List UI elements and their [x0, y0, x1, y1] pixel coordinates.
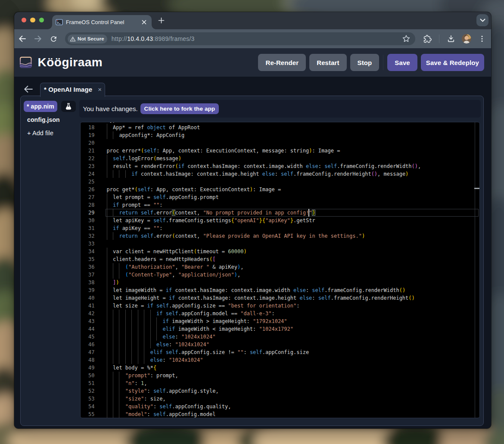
line-number: 48	[81, 356, 95, 364]
code-line[interactable]: 21proc error*(self: App, context: Execut…	[81, 147, 479, 155]
restart-button[interactable]: Restart	[309, 54, 346, 71]
tab-search-button[interactable]	[476, 14, 488, 26]
code-line[interactable]: 41 let size = if self.appConfig.size == …	[81, 302, 479, 310]
indent-guide	[150, 341, 151, 348]
code-line[interactable]: 36 ("Authorization", "Bearer " & apiKey)…	[81, 263, 479, 271]
open-file-tab[interactable]: * OpenAI Image ×	[40, 83, 105, 97]
code-line[interactable]: 29 return self.error(context, "No prompt…	[81, 209, 479, 217]
code-line[interactable]: 39 let imageWidth = if context.hasImage:…	[81, 286, 479, 294]
browser-menu-button[interactable]	[476, 33, 488, 45]
gutter-spacer	[95, 310, 107, 317]
code-line[interactable]: 25	[81, 178, 479, 186]
stop-button[interactable]: Stop	[350, 54, 380, 71]
code-line[interactable]: 38 ])	[81, 279, 479, 286]
extensions-button[interactable]	[422, 33, 434, 45]
indent-guide	[107, 356, 107, 364]
zoom-window-button[interactable]	[39, 18, 44, 23]
indent-guide	[107, 395, 107, 403]
indent-guide	[107, 294, 107, 302]
code-line[interactable]: 47 elif self.appConfig.size != "": self.…	[81, 348, 479, 356]
indent-guide	[107, 325, 107, 333]
changes-message: You have changes.	[83, 105, 138, 112]
line-number: 40	[81, 294, 95, 302]
code-line[interactable]: 22 self.logError(message)	[81, 155, 479, 162]
line-number: 29	[81, 209, 95, 217]
re-render-button[interactable]: Re-Render	[258, 54, 306, 71]
code-line[interactable]: 30 let apiKey = self.frameConfig.setting…	[81, 217, 479, 224]
new-tab-button[interactable]	[156, 15, 166, 25]
code-line[interactable]: 51 "n": 1,	[81, 379, 479, 387]
code-line[interactable]: 46 else: "1024x1024"	[81, 341, 479, 348]
code-line[interactable]: 34 var client = newHttpClient(timeout = …	[81, 248, 479, 255]
file-tab-close-button[interactable]: ×	[98, 86, 102, 93]
code-line[interactable]: 33	[81, 240, 479, 248]
code-text: return self.error(context, "No prompt pr…	[107, 209, 479, 217]
back-arrow-icon	[18, 34, 27, 43]
code-line[interactable]: 48 else: "1024x1024"	[81, 356, 479, 364]
sidebar-item-app-nim[interactable]: * app.nim	[24, 101, 57, 112]
indent-guide	[107, 348, 107, 356]
indent-guide	[125, 341, 126, 348]
frameos-logo	[19, 56, 32, 69]
code-editor[interactable]: 17type18 App* = ref object of AppRoot19 …	[80, 122, 480, 418]
gutter-spacer	[95, 348, 107, 356]
code-line[interactable]: 50 "prompt": prompt,	[81, 372, 479, 379]
indent-guide	[113, 170, 113, 178]
code-line[interactable]: 20	[81, 139, 479, 147]
address-bar[interactable]: Not Secure http://10.4.0.43:8989/frames/…	[65, 32, 415, 45]
save-redeploy-button[interactable]: Save & Redeploy	[421, 54, 484, 71]
close-window-button[interactable]	[22, 18, 27, 23]
indent-guide	[113, 333, 113, 341]
indent-guide	[131, 310, 132, 317]
indent-guide	[119, 325, 119, 333]
code-text: client.headers = newHttpHeaders([	[107, 255, 479, 263]
reload-button[interactable]	[47, 32, 60, 45]
indent-guide	[113, 232, 113, 240]
code-line[interactable]: 35 client.headers = newHttpHeaders([	[81, 255, 479, 263]
test-flask-button[interactable]	[61, 101, 76, 112]
downloads-button[interactable]	[445, 33, 457, 45]
tab-close-button[interactable]	[140, 19, 147, 26]
forward-button[interactable]	[31, 32, 44, 45]
indent-guide	[107, 372, 107, 379]
save-button[interactable]: Save	[387, 54, 417, 71]
code-line[interactable]: 26proc get*(self: App, context: Executio…	[81, 186, 479, 193]
indent-guide	[113, 348, 113, 356]
code-line[interactable]: 37 ("Content-Type", "application/json"),	[81, 271, 479, 279]
indent-guide	[113, 271, 113, 279]
puzzle-icon	[423, 35, 432, 43]
indent-guide	[107, 155, 107, 162]
code-line[interactable]: 28 if prompt == "":	[81, 201, 479, 209]
code-line[interactable]: 49 let body = %*{	[81, 364, 479, 372]
code-line[interactable]: 44 elif imageWidth < imageHeight: "1024x…	[81, 325, 479, 333]
bookmark-button[interactable]	[402, 34, 411, 43]
code-line[interactable]: 52 "style": self.appConfig.style,	[81, 387, 479, 395]
indent-guide	[107, 224, 107, 232]
browser-tab[interactable]: FrameOS Control Panel	[52, 15, 152, 29]
indent-guide	[113, 387, 113, 395]
code-line[interactable]: 53 "size": size,	[81, 395, 479, 403]
security-chip[interactable]: Not Secure	[68, 34, 107, 43]
indent-guide	[131, 348, 132, 356]
add-file-button[interactable]: + Add file	[27, 130, 53, 137]
code-line[interactable]: 23 result = renderError(if context.hasIm…	[81, 162, 479, 170]
code-line[interactable]: 42 if self.appConfig.model == "dall-e-3"…	[81, 310, 479, 317]
code-line[interactable]: 43 if imageWidth > imageHeight: "1792x10…	[81, 317, 479, 325]
profile-avatar[interactable]	[462, 34, 471, 43]
code-line[interactable]: 24 if context.hasImage: context.image.he…	[81, 170, 479, 178]
code-line[interactable]: 19 appConfig*: AppConfig	[81, 131, 479, 139]
minimize-window-button[interactable]	[30, 18, 35, 23]
code-line[interactable]: 18 App* = ref object of AppRoot	[81, 124, 479, 131]
code-line[interactable]: 54 "quality": self.appConfig.quality,	[81, 403, 479, 410]
code-line[interactable]: 32 return self.error(context, "Please pr…	[81, 232, 479, 240]
back-to-frames-button[interactable]	[23, 84, 34, 94]
sidebar-item-config-json[interactable]: config.json	[27, 116, 60, 123]
code-line[interactable]: 40 let imageHeight = if context.hasImage…	[81, 294, 479, 302]
code-line[interactable]: 31 if apiKey == "":	[81, 224, 479, 232]
kebab-menu-icon	[478, 35, 486, 43]
fork-app-button[interactable]: Click here to fork the app	[140, 103, 219, 115]
code-line[interactable]: 27 let prompt = self.appConfig.prompt	[81, 193, 479, 201]
code-line[interactable]: 45 else: "1024x1024"	[81, 333, 479, 341]
code-line[interactable]: 55 "model": self.appConfig.model	[81, 410, 479, 418]
back-button[interactable]	[16, 32, 29, 45]
